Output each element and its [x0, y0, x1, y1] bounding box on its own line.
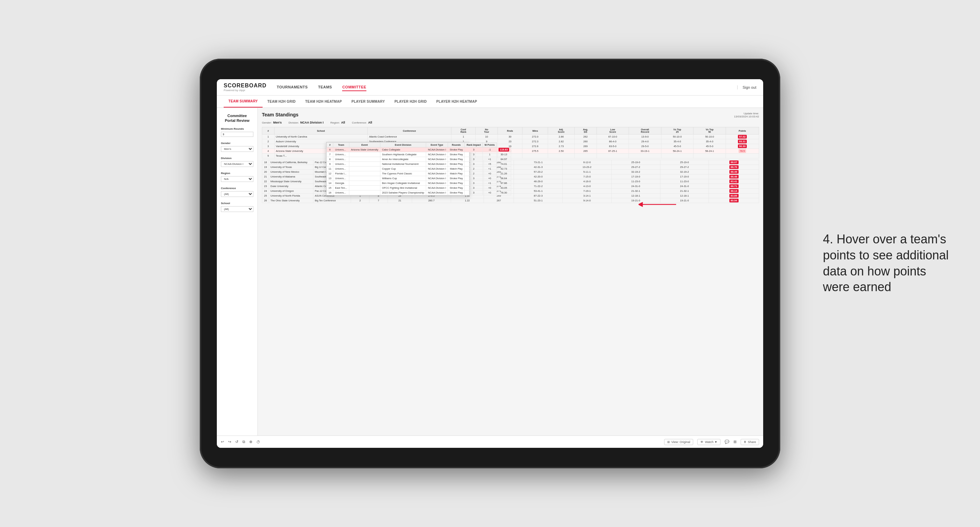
- division-select[interactable]: NCAA Division I: [221, 161, 253, 167]
- cell-overall: 7-15-0: [563, 175, 612, 179]
- cell-adj-score: 2.82: [548, 139, 574, 144]
- tt-cell-div: NCAA Division I: [426, 162, 448, 167]
- tt-cell-points: 78.30: [497, 190, 511, 195]
- cell-overall: 5-11-1: [563, 170, 612, 175]
- tab-player-h2h-grid[interactable]: PLAYER H2H GRID: [390, 95, 432, 108]
- copy-icon[interactable]: ⧉: [242, 440, 245, 444]
- tab-player-summary[interactable]: PLAYER SUMMARY: [347, 95, 390, 108]
- cell-school: The Ohio State University: [269, 198, 313, 203]
- nav-committee[interactable]: COMMITTEE: [342, 84, 366, 91]
- cell-avg-sg: 269: [574, 144, 597, 149]
- cell-points[interactable]: 80.94: [709, 198, 759, 203]
- col-avg-sg: Avg.SG: [574, 127, 597, 135]
- col-school: School: [274, 127, 368, 135]
- tt-cell-event-div: Williams Cup: [380, 176, 426, 181]
- col-conf-rank: ConfRank: [452, 127, 476, 135]
- cell-points[interactable]: [725, 154, 759, 159]
- cell-low-score: 46-29-0: [514, 179, 563, 184]
- cell-rank: 1: [262, 135, 275, 139]
- tt-cell-event: [349, 186, 380, 190]
- share-label: Share: [748, 440, 756, 444]
- tt-cell-event-div: National Invitational Tournament: [380, 162, 426, 167]
- cell-low-score: 53-41-1: [514, 189, 563, 194]
- tab-player-h2h-heatmap[interactable]: PLAYER H2H HEATMAP: [432, 95, 482, 108]
- sidebar-min-rounds: Minimum Rounds: [221, 127, 253, 137]
- sign-out-link[interactable]: Sign out: [737, 85, 756, 89]
- cell-adj-score: 1.22: [451, 198, 484, 203]
- cell-points[interactable]: 88.49: [709, 170, 759, 175]
- cell-points[interactable]: 83.89: [709, 194, 759, 198]
- cell-points[interactable]: 78.5: [725, 149, 759, 154]
- tt-cell-div: NCAA Division I: [426, 167, 448, 171]
- tt-cell-type: Stroke Play: [448, 148, 465, 152]
- tooltip-row: 13 Univers... Williams Cup NCAA Division…: [327, 176, 511, 181]
- cell-points[interactable]: 88.14: [709, 189, 759, 194]
- cell-points[interactable]: 88.70: [709, 165, 759, 170]
- cell-points[interactable]: 83.41: [709, 179, 759, 184]
- cell-wins: 272.6: [522, 144, 548, 149]
- tt-cell-event: [349, 171, 380, 176]
- tt-cell-type: Match Play: [448, 167, 465, 171]
- update-time-value: 13/03/2024 10:03:42: [734, 115, 759, 118]
- grid-icon[interactable]: ⊞: [733, 440, 737, 444]
- tab-team-summary[interactable]: TEAM SUMMARY: [224, 95, 262, 108]
- conference-select[interactable]: (All): [221, 191, 253, 197]
- comment-icon[interactable]: 💬: [725, 440, 729, 444]
- cell-points[interactable]: 88.48: [709, 175, 759, 179]
- redo-icon[interactable]: ↪: [228, 440, 231, 444]
- tooltip-row: 6 Univers... Arizona State University Ca…: [327, 148, 511, 152]
- nav-tournaments[interactable]: TOURNAMENTS: [277, 84, 308, 91]
- tt-cell-points: 30-13: [497, 152, 511, 157]
- cell-vs50: 35-4-0: [694, 139, 726, 144]
- watch-btn[interactable]: 👁 Watch ▼: [697, 439, 721, 445]
- tab-team-h2h-heatmap[interactable]: TEAM H2H HEATMAP: [301, 95, 347, 108]
- tab-team-h2h-grid[interactable]: TEAM H2H GRID: [262, 95, 301, 108]
- tooltip-row: 14 Georgia Ben Hogan Collegiate Invitati…: [327, 181, 511, 186]
- tt-cell-rounds: 2: [465, 171, 483, 176]
- min-rounds-input[interactable]: [221, 132, 253, 137]
- tt-cell-rounds: 3: [465, 186, 483, 190]
- tt-cell-type: Stroke Play: [448, 162, 465, 167]
- tt-cell-div: NCAA Division I: [426, 157, 448, 162]
- tt-cell-event: [349, 162, 380, 167]
- cell-overall: 29-4-0: [629, 139, 662, 144]
- cell-avg-sg: 262: [574, 135, 597, 139]
- sidebar-division: Division NCAA Division I: [221, 157, 253, 167]
- tt-cell-rounds: 3: [465, 162, 483, 167]
- conference-label: Conference: [221, 187, 253, 190]
- tt-cell-rank: 16: [327, 190, 333, 195]
- cell-points[interactable]: 93.31: [725, 139, 759, 144]
- tt-cell-rank-impact: +5: [483, 162, 497, 167]
- nav-teams[interactable]: TEAMS: [318, 84, 332, 91]
- cell-school: Mississippi State University: [269, 179, 313, 184]
- refresh-icon[interactable]: ↺: [235, 440, 238, 444]
- gender-select[interactable]: Men's: [221, 146, 253, 152]
- share-btn[interactable]: ⬆ Share: [741, 439, 759, 445]
- gender-filter: Gender: Men's: [262, 121, 282, 124]
- undo-icon[interactable]: ↩: [221, 440, 224, 444]
- cell-points[interactable]: 88.07: [709, 160, 759, 165]
- tt-cell-rank-impact: +0: [483, 176, 497, 181]
- bottom-toolbar: ↩ ↪ ↺ ⧉ ⊕ ⏱ ⊞ View: Original 👁 Watch ▼ 💬…: [217, 435, 763, 448]
- cell-wins: 275.5: [522, 149, 548, 154]
- tt-cell-type: Stroke Play: [448, 176, 465, 181]
- cell-school: University of New Mexico: [269, 170, 313, 175]
- cell-wins: 272.0: [522, 135, 548, 139]
- add-icon[interactable]: ⊕: [249, 440, 252, 444]
- cell-vs25: 25-19-0: [611, 160, 660, 165]
- standings-title: Team Standings: [262, 112, 298, 117]
- cell-points[interactable]: 97.02: [725, 135, 759, 139]
- view-original-btn[interactable]: ⊞ View: Original: [664, 439, 693, 445]
- cell-points[interactable]: 88.71: [709, 184, 759, 189]
- tt-cell-div: NCAA Division I: [426, 152, 448, 157]
- school-select[interactable]: (All): [221, 206, 253, 212]
- region-select[interactable]: N/A: [221, 176, 253, 182]
- tt-cell-team: Univers...: [333, 152, 349, 157]
- col-adj-score: Adj.Score: [548, 127, 574, 135]
- clock-icon[interactable]: ⏱: [256, 440, 260, 444]
- cell-points[interactable]: 90.30: [725, 144, 759, 149]
- tt-cell-rank-impact: +1: [483, 167, 497, 171]
- tt-cell-points: 21.26: [497, 171, 511, 176]
- tt-col-event-div: Event Division: [380, 143, 426, 148]
- tooltip-row: 15 East Ten... OFCC Fighting Illini Invi…: [327, 186, 511, 190]
